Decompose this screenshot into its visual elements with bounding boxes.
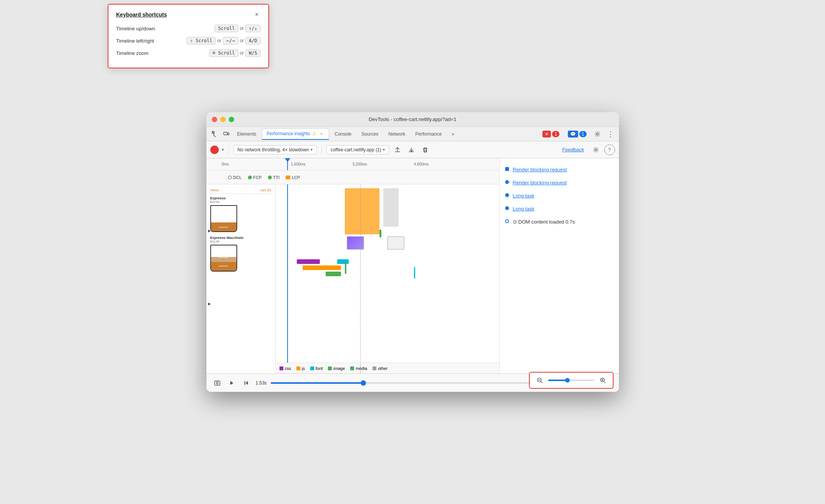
dot-line-5 (505, 218, 509, 223)
svg-point-4 (595, 149, 597, 151)
insight-row-1: Render blocking request (505, 166, 614, 173)
devtools-window: DevTools - coffee-cart.netlify.app/?ad=1… (206, 112, 619, 392)
help-icon-btn[interactable]: ? (604, 144, 615, 155)
expand-arrow-2[interactable]: ▶ (208, 302, 211, 306)
message-count: 1 (579, 131, 587, 137)
upload-icon-btn[interactable] (392, 144, 403, 155)
throttle-dropdown[interactable]: No network throttling, 4× slowdown ▾ (233, 145, 317, 154)
play-icon-btn[interactable] (226, 378, 237, 388)
dot-line-3 (505, 192, 509, 198)
svg-marker-11 (246, 381, 248, 385)
error-count: 1 (552, 131, 559, 137)
more-options-btn[interactable]: ⋮ (605, 129, 616, 139)
insight-link-4[interactable]: Long task (513, 206, 534, 212)
domain-dropdown[interactable]: coffee-cart.netlify.app (1) ▾ (326, 145, 389, 154)
css-bar (297, 259, 320, 264)
bottom-bar: 1.53s 5.93s x1 (206, 373, 619, 392)
insight-row-5: ⊙ DOM content loaded 0.7s (505, 218, 614, 225)
zoom-in-icon-btn[interactable] (597, 375, 608, 386)
zoom-out-icon-btn[interactable] (534, 375, 545, 386)
tab-performance-insights[interactable]: Performance insights ⚠ × (262, 128, 329, 140)
svg-marker-9 (230, 381, 233, 385)
chart-area: css js font image (276, 184, 499, 373)
insight-dot-3 (505, 193, 509, 197)
cup-handle-1 (236, 212, 237, 219)
insight-link-3[interactable]: Long task (513, 193, 534, 199)
settings2-icon-btn[interactable] (590, 144, 601, 155)
marker-lcp: LCP (286, 175, 300, 180)
time-start: 1.53s (256, 380, 267, 386)
coffee-app-preview: menu cart (0) ▶ Espresso $10.00 (210, 188, 271, 272)
ruler-mark-1600ms: 1,600ms (291, 162, 306, 166)
zoom-thumb[interactable] (565, 378, 570, 383)
zoom-fill (548, 380, 567, 381)
record-dropdown[interactable]: ▾ (222, 148, 224, 152)
cyan-bar (414, 267, 415, 279)
insight-link-2[interactable]: Render blocking request (513, 180, 567, 186)
maximize-button[interactable] (229, 117, 234, 122)
legend-media: media (350, 366, 367, 371)
coffee-item-espresso: Espresso $10.00 espresso (210, 196, 271, 232)
domain-arrow: ▾ (383, 148, 385, 152)
lcp-block (345, 188, 379, 234)
title-bar: DevTools - coffee-cart.netlify.app/?ad=1 (206, 112, 619, 127)
traffic-lights (212, 117, 234, 122)
dot-line-4 (505, 205, 509, 211)
tab-sources[interactable]: Sources (357, 128, 383, 140)
tab-console[interactable]: Console (330, 128, 356, 140)
record-button[interactable] (210, 146, 219, 154)
legend-image: image (328, 366, 345, 371)
tti-label: TTI (273, 175, 280, 180)
right-panel: Render blocking request Render blocking … (500, 158, 619, 373)
insight-dot-4 (505, 206, 509, 210)
error-badge-btn[interactable]: ✕ 1 (539, 129, 562, 139)
ruler-mark-4800ms: 4,800ms (414, 162, 429, 166)
message-badge-btn[interactable]: 💬 1 (565, 129, 590, 139)
zoom-slider[interactable] (548, 380, 594, 381)
thumb-2 (387, 236, 404, 250)
gray-block (383, 188, 399, 227)
device-icon-btn[interactable] (221, 129, 232, 139)
feedback-link[interactable]: Feedback (562, 147, 584, 153)
font-color (310, 366, 314, 370)
legend-js: js (296, 366, 305, 371)
cup-fill-1: espresso (211, 222, 236, 231)
svg-rect-5 (215, 381, 220, 385)
tabs-bar: Elements Performance insights ⚠ × Consol… (206, 127, 619, 141)
js-color (296, 366, 300, 370)
delete-icon-btn[interactable] (420, 144, 431, 155)
inspect-icon-btn[interactable] (210, 129, 220, 139)
marker-dcl: DCL (228, 175, 242, 180)
insight-dot-2 (505, 180, 509, 184)
tab-network[interactable]: Network (384, 128, 410, 140)
cursor-line (287, 184, 288, 373)
lcp-icon (286, 176, 290, 179)
macchiato-label1: milk foam (219, 256, 229, 259)
throttle-arrow: ▾ (311, 148, 313, 152)
insight-dot-1 (505, 167, 509, 171)
settings-icon-btn[interactable] (592, 129, 603, 139)
tab-close-btn[interactable]: × (319, 131, 324, 136)
dcl-label: DCL (233, 175, 242, 180)
skip-back-icon-btn[interactable] (241, 378, 252, 388)
insight-link-1[interactable]: Render blocking request (513, 167, 567, 172)
svg-point-3 (596, 133, 598, 135)
fcp-label: FCP (253, 175, 262, 180)
tab-elements[interactable]: Elements (233, 128, 261, 140)
tab-performance[interactable]: Performance (411, 128, 446, 140)
download-icon-btn[interactable] (406, 144, 417, 155)
screenshot-icon-btn[interactable] (212, 378, 223, 388)
legend-other: other (373, 366, 388, 371)
tab-more[interactable]: » (447, 128, 459, 140)
timeline-markers: DCL FCP TTI LCP (206, 171, 499, 184)
playback-thumb[interactable] (361, 380, 366, 386)
zoom-slider-overlay (529, 372, 614, 389)
marker-tti: TTI (268, 175, 280, 180)
macchiato-cup: milk foam espresso (210, 245, 237, 272)
minimize-button[interactable] (220, 117, 226, 122)
insight-row-4: Long task (505, 205, 614, 212)
insight-row-3: Long task (505, 192, 614, 199)
close-button[interactable] (212, 117, 217, 122)
thumb-1 (347, 236, 364, 250)
green-strip (379, 230, 381, 237)
